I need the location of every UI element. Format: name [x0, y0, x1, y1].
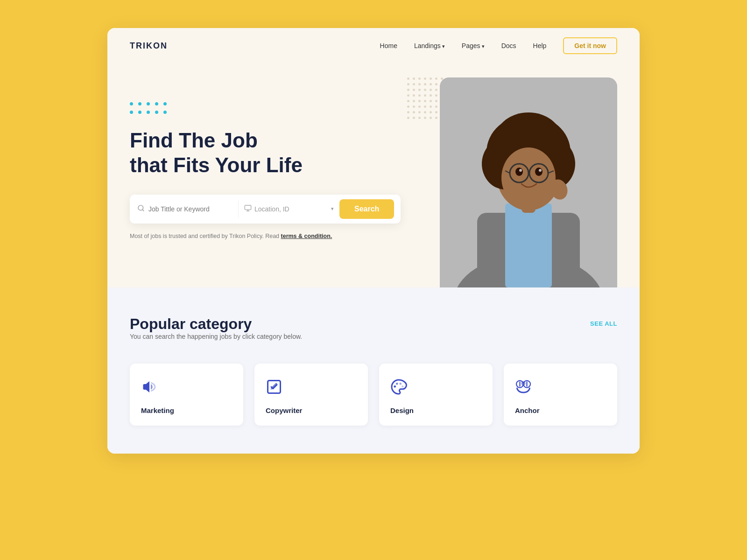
popular-title-group: Popular category You can search the happ…: [130, 315, 302, 359]
dot: [147, 111, 150, 114]
design-icon: [390, 378, 407, 399]
category-card-copywriter[interactable]: Copywriter: [254, 364, 368, 426]
bg-dot: [424, 83, 426, 85]
nav-link-home[interactable]: Home: [380, 42, 397, 49]
nav-link-pages[interactable]: Pages: [462, 42, 485, 49]
category-card-marketing[interactable]: Marketing: [130, 364, 243, 426]
search-button[interactable]: Search: [339, 199, 394, 219]
svg-point-22: [515, 168, 523, 176]
svg-rect-2: [245, 205, 251, 210]
nav-item-cta[interactable]: Get it now: [563, 37, 617, 54]
svg-point-29: [400, 383, 402, 385]
bg-dot: [435, 89, 437, 91]
bg-dot: [424, 111, 426, 113]
brand-logo: TRIKON: [130, 41, 168, 51]
popular-section: Popular category You can search the happ…: [107, 287, 640, 454]
page-wrapper: TRIKON Home Landings Pages Docs Help Get…: [107, 28, 640, 454]
svg-line-1: [142, 210, 144, 211]
dot: [130, 111, 133, 114]
hero-section: Find The Job that Fits Your Life: [107, 63, 640, 287]
person-svg: [440, 77, 617, 287]
svg-point-25: [539, 169, 542, 172]
nav-link-landings[interactable]: Landings: [414, 42, 445, 49]
bg-dot: [435, 94, 437, 97]
bg-dot: [435, 117, 437, 119]
popular-subtitle: You can search the happening jobs by cli…: [130, 333, 302, 340]
bg-dot: [424, 77, 426, 80]
chevron-down-icon: ▾: [331, 206, 334, 212]
categories-grid: Marketing Copywriter: [130, 364, 617, 426]
see-all-link[interactable]: SEE ALL: [590, 320, 617, 327]
search-icon: [137, 204, 145, 214]
svg-rect-8: [505, 203, 552, 287]
svg-point-24: [519, 169, 522, 172]
bg-dot: [430, 77, 432, 80]
nav-link-help[interactable]: Help: [533, 42, 547, 49]
keyword-input[interactable]: [148, 205, 233, 213]
nav-item-landings[interactable]: Landings: [414, 42, 445, 50]
popular-title: Popular category: [130, 315, 302, 333]
nav-item-docs[interactable]: Docs: [501, 42, 516, 50]
category-name-marketing: Marketing: [141, 406, 174, 414]
svg-point-30: [402, 385, 404, 388]
bg-dot: [435, 111, 437, 113]
marketing-icon: [141, 378, 158, 399]
dot: [155, 111, 158, 114]
copywriter-icon: [266, 378, 282, 399]
popular-header: Popular category You can search the happ…: [130, 315, 617, 359]
bg-dot: [430, 105, 432, 108]
hero-right: [421, 63, 617, 287]
dot: [163, 102, 167, 105]
bg-dot: [424, 94, 426, 97]
anchor-icon: [515, 378, 532, 399]
bg-dot: [430, 94, 432, 97]
category-name-design: Design: [390, 406, 414, 414]
dot: [155, 102, 158, 105]
bg-dot: [430, 111, 432, 113]
nav-links: Home Landings Pages Docs Help Get it now: [380, 37, 617, 54]
svg-point-28: [396, 383, 398, 385]
hero-title: Find The Job that Fits Your Life: [130, 128, 421, 178]
bg-dot: [435, 105, 437, 108]
bg-dot: [424, 117, 426, 119]
dot: [138, 111, 141, 114]
navbar: TRIKON Home Landings Pages Docs Help Get…: [107, 28, 640, 63]
bg-dot: [430, 100, 432, 102]
terms-link[interactable]: terms & condition.: [281, 233, 332, 239]
bg-dot: [424, 100, 426, 102]
bg-dot: [430, 89, 432, 91]
category-name-anchor: Anchor: [515, 406, 540, 414]
dot: [147, 102, 150, 105]
bg-dot: [435, 83, 437, 85]
nav-item-help[interactable]: Help: [533, 42, 547, 50]
decorative-dots: [130, 102, 421, 115]
dot: [163, 111, 167, 114]
location-icon: [244, 204, 252, 214]
search-bar: Location, ID New York, NY Los Angeles, C…: [130, 195, 401, 224]
bg-dot: [430, 117, 432, 119]
location-select[interactable]: Location, ID New York, NY Los Angeles, C…: [254, 205, 329, 213]
bg-dot: [435, 77, 437, 80]
dot: [130, 102, 133, 105]
hero-note: Most of jobs is trusted and certified by…: [130, 233, 421, 239]
bg-dot: [430, 83, 432, 85]
get-it-now-button[interactable]: Get it now: [563, 37, 617, 54]
svg-point-27: [394, 385, 396, 388]
nav-link-docs[interactable]: Docs: [501, 42, 516, 49]
bg-dot: [424, 89, 426, 91]
bg-dot: [435, 100, 437, 102]
nav-item-home[interactable]: Home: [380, 42, 397, 50]
category-card-design[interactable]: Design: [379, 364, 493, 426]
bg-dot: [424, 105, 426, 108]
category-name-copywriter: Copywriter: [266, 406, 302, 414]
search-divider: [238, 201, 239, 217]
hero-left: Find The Job that Fits Your Life: [130, 63, 421, 287]
nav-item-pages[interactable]: Pages: [462, 42, 485, 50]
svg-point-23: [535, 168, 543, 176]
hero-image: [440, 77, 617, 287]
category-card-anchor[interactable]: Anchor: [504, 364, 617, 426]
dot: [138, 102, 141, 105]
